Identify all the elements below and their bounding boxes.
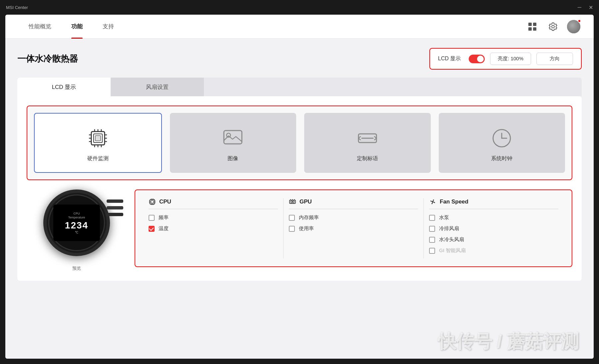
- device-label: 预览: [72, 265, 81, 271]
- lcd-toggle[interactable]: [469, 55, 485, 63]
- checkbox-head-fan[interactable]: [429, 237, 435, 243]
- hw-item-gpu-usage: 使用率: [289, 225, 418, 232]
- checkbox-rad-fan[interactable]: [429, 226, 435, 232]
- device-image: CPU Temperature 1234 ℃: [30, 189, 123, 263]
- nav-tab-support[interactable]: 支持: [93, 15, 124, 39]
- device-screen: CPU Temperature 1234 ℃: [53, 204, 100, 241]
- brightness-button[interactable]: 亮度: 100%: [490, 53, 531, 65]
- option-clock[interactable]: 系统时钟: [439, 113, 565, 173]
- hw-column-fan: Fan Speed 水泵 冷排风扇 水冷头风扇: [424, 198, 564, 258]
- cpu-icon: [149, 198, 156, 205]
- gpu-mem-label: 内存频率: [299, 214, 319, 221]
- device-preview: CPU Temperature 1234 ℃: [27, 189, 127, 271]
- fan-icon: [429, 198, 436, 205]
- titlebar-controls: ─ ✕: [578, 4, 593, 11]
- svg-point-42: [293, 201, 295, 203]
- fan-header: Fan Speed: [429, 198, 558, 209]
- minimize-button[interactable]: ─: [578, 4, 581, 10]
- hw-item-pump: 水泵: [429, 214, 558, 221]
- hw-column-cpu: CPU 频率 温度: [143, 198, 284, 258]
- checkbox-cpu-freq[interactable]: [149, 215, 155, 221]
- checkbox-gpu-usage[interactable]: [289, 226, 295, 232]
- screen-title: CPU Temperature: [68, 211, 85, 220]
- bottom-section: CPU Temperature 1234 ℃: [27, 189, 572, 271]
- gpu-usage-label: 使用率: [299, 225, 314, 232]
- svg-rect-27: [151, 200, 154, 203]
- checkbox-gpu-mem[interactable]: [289, 215, 295, 221]
- option-image[interactable]: 图像: [170, 113, 297, 173]
- option-custom-label: 定制标语: [357, 155, 378, 162]
- cpu-freq-label: 频率: [159, 214, 169, 221]
- option-hardware[interactable]: 硬件监测: [34, 113, 162, 173]
- hw-column-gpu: GPU 内存频率 使用率: [284, 198, 424, 258]
- rad-fan-label: 冷排风扇: [439, 225, 459, 232]
- nav-bar: 性能概览 功能 支持: [5, 15, 594, 39]
- option-custom[interactable]: 定制标语: [304, 113, 431, 173]
- hw-item-cpu-freq: 频率: [149, 214, 278, 221]
- svg-rect-1: [533, 23, 536, 26]
- cpu-chip-icon: [86, 127, 110, 150]
- lcd-controls-bar: LCD 显示 亮度: 100% 方向: [429, 48, 582, 70]
- avatar-notification-dot: [578, 19, 581, 23]
- screen-value: 1234: [65, 220, 88, 231]
- main-window: 性能概览 功能 支持: [5, 15, 594, 359]
- hw-item-cpu-temp: 温度: [149, 225, 278, 232]
- nav-tab-performance[interactable]: 性能概览: [19, 15, 61, 39]
- svg-rect-19: [224, 131, 242, 144]
- direction-button[interactable]: 方向: [536, 53, 573, 65]
- page-header: 一体水冷散热器 LCD 显示 亮度: 100% 方向: [17, 48, 582, 70]
- page-title: 一体水冷散热器: [17, 53, 78, 65]
- gear-icon: [548, 22, 558, 31]
- content-tabs: LCD 显示 风扇设置: [17, 78, 582, 96]
- titlebar: MSI Center ─ ✕: [0, 0, 599, 15]
- svg-rect-18: [95, 136, 101, 141]
- svg-point-46: [432, 201, 434, 203]
- checkbox-cpu-temp[interactable]: [149, 226, 155, 232]
- gpu-icon: [289, 198, 296, 205]
- option-clock-label: 系统时钟: [491, 155, 512, 162]
- cpu-temp-label: 温度: [159, 225, 169, 232]
- svg-rect-0: [528, 23, 532, 26]
- image-icon: [221, 127, 245, 150]
- tab-fan[interactable]: 风扇设置: [111, 78, 204, 96]
- display-options: 硬件监测 图像: [27, 106, 572, 180]
- nav-right: [526, 20, 580, 33]
- settings-button[interactable]: [546, 20, 560, 33]
- option-image-label: 图像: [228, 155, 238, 162]
- lcd-display-label: LCD 显示: [438, 55, 461, 62]
- tab-panel: 硬件监测 图像: [17, 96, 582, 281]
- grid-icon: [528, 22, 537, 31]
- hw-item-gpu-mem: 内存频率: [289, 214, 418, 221]
- grid-button[interactable]: [526, 20, 539, 33]
- hw-item-head-fan: 水冷头风扇: [429, 236, 558, 243]
- pump-label: 水泵: [439, 214, 449, 221]
- close-button[interactable]: ✕: [589, 4, 593, 11]
- option-hardware-label: 硬件监测: [87, 155, 109, 162]
- avatar[interactable]: [567, 20, 580, 33]
- gpu-header: GPU: [289, 198, 418, 209]
- app-title: MSI Center: [6, 5, 578, 10]
- checkbox-ai-fan[interactable]: [429, 248, 435, 254]
- hardware-options: CPU 频率 温度: [135, 189, 572, 267]
- clock-icon: [490, 127, 513, 150]
- cpu-header: CPU: [149, 198, 278, 209]
- checkbox-pump[interactable]: [429, 215, 435, 221]
- svg-rect-2: [528, 27, 532, 31]
- tab-lcd[interactable]: LCD 显示: [17, 78, 111, 96]
- svg-rect-3: [533, 27, 536, 31]
- ai-fan-label: GI 智能风扇: [439, 247, 466, 254]
- svg-point-41: [291, 201, 293, 203]
- svg-rect-26: [150, 199, 155, 204]
- content-area: 一体水冷散热器 LCD 显示 亮度: 100% 方向 LCD 显示 风扇设置: [5, 39, 594, 359]
- head-fan-label: 水冷头风扇: [439, 236, 464, 243]
- nav-tab-features[interactable]: 功能: [61, 15, 93, 39]
- hw-item-rad-fan: 冷排风扇: [429, 225, 558, 232]
- hw-item-ai-fan: GI 智能风扇: [429, 247, 558, 254]
- text-icon: [356, 127, 379, 150]
- screen-unit: ℃: [75, 231, 78, 234]
